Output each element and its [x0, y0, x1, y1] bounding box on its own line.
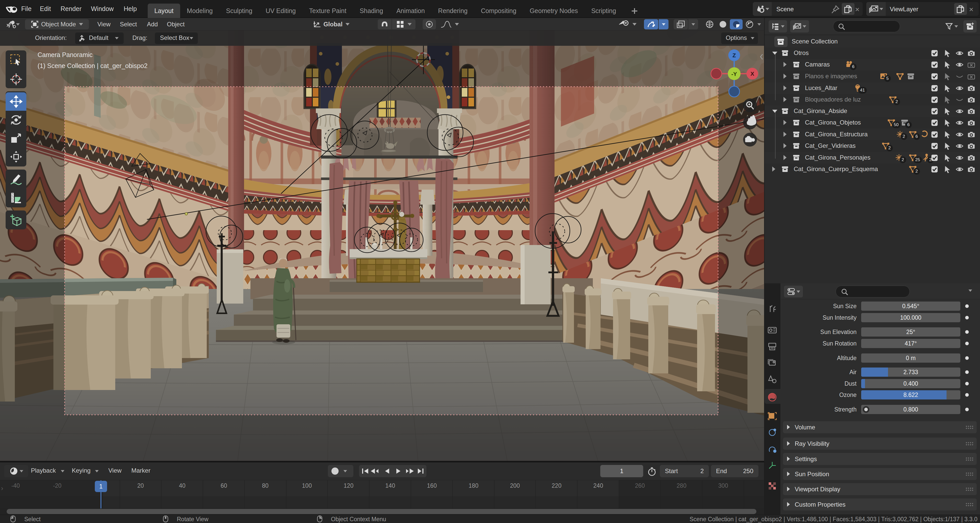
- svg-text:X: X: [751, 70, 754, 77]
- svg-text:Z: Z: [732, 52, 736, 59]
- svg-text:-Y: -Y: [731, 71, 737, 77]
